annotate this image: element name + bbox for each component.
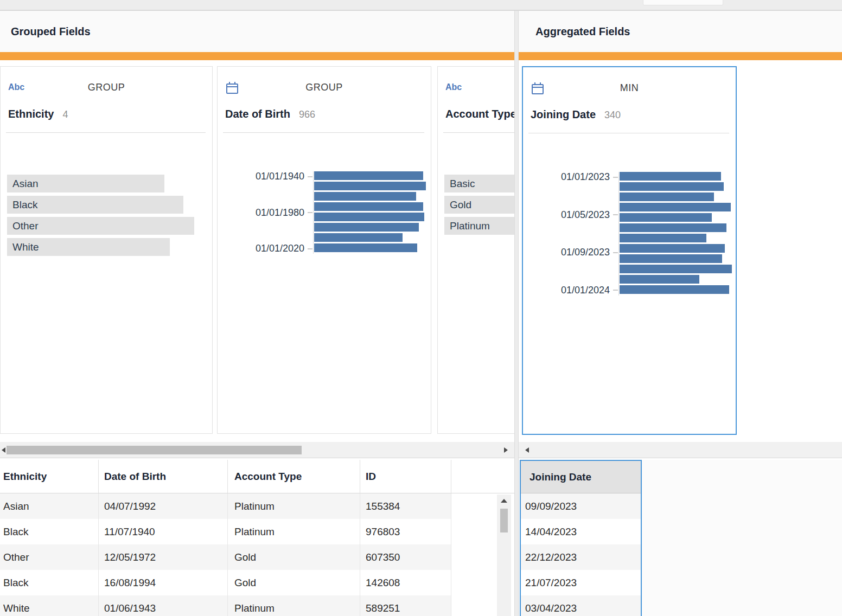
table-vertical-scrollbar[interactable] — [497, 495, 511, 616]
table-row[interactable]: Asian 04/07/1992 Platinum 155384 — [0, 493, 451, 519]
joining-date-column-selected[interactable]: Joining Date 09/09/202314/04/202322/12/2… — [520, 460, 642, 616]
histogram-bar[interactable] — [620, 265, 732, 273]
histogram-bar[interactable] — [620, 244, 725, 253]
scroll-left-icon[interactable] — [525, 447, 529, 453]
cell-joining-date[interactable]: 21/07/2023 — [521, 570, 641, 595]
grouped-horizontal-scrollbar[interactable] — [0, 442, 514, 458]
aggregated-cards-area: MIN Joining Date340 01/01/202301/05/2023… — [519, 60, 842, 442]
field-card-account-type[interactable]: Abc Account Type Basic Gold — [437, 66, 514, 434]
cell-id[interactable]: 607350 — [360, 544, 451, 570]
partial-toolbar-control[interactable] — [643, 0, 723, 5]
category-bar-label: Black — [7, 199, 37, 211]
cell-account-type[interactable]: Gold — [228, 544, 360, 570]
cell-ethnicity[interactable]: Black — [0, 570, 99, 595]
scroll-up-icon[interactable] — [501, 499, 507, 503]
axis-tick — [304, 208, 313, 218]
category-bar[interactable]: White — [7, 238, 170, 256]
horizontal-scroll-thumb[interactable] — [7, 446, 302, 454]
category-bar-label: Platinum — [444, 220, 490, 232]
column-header-date-of-birth[interactable]: Date of Birth — [99, 460, 228, 493]
histogram-bar[interactable] — [620, 223, 726, 232]
histogram-bar[interactable] — [314, 233, 403, 242]
table-row[interactable]: Black 16/08/1994 Gold 142608 — [0, 570, 451, 595]
axis-label: 01/01/1940 — [224, 171, 304, 182]
aggregated-horizontal-scrollbar[interactable] — [519, 442, 842, 458]
histogram-bar[interactable] — [620, 193, 714, 201]
category-bar[interactable]: Other — [7, 217, 194, 235]
cell-date-of-birth[interactable]: 12/05/1972 — [99, 544, 228, 570]
cell-date-of-birth[interactable]: 16/08/1994 — [99, 570, 228, 595]
histogram-bar[interactable] — [620, 275, 699, 284]
histogram-bar[interactable] — [620, 213, 712, 222]
scroll-right-icon[interactable] — [504, 447, 508, 453]
category-bar-label: Gold — [444, 199, 471, 211]
cell-date-of-birth[interactable]: 04/07/1992 — [99, 493, 228, 519]
cell-account-type[interactable]: Platinum — [228, 519, 360, 544]
scroll-left-icon[interactable] — [2, 447, 5, 453]
cell-id[interactable]: 589251 — [360, 595, 451, 616]
category-bar[interactable]: Basic — [444, 175, 514, 193]
cell-ethnicity[interactable]: White — [0, 595, 99, 616]
column-header-joining-date[interactable]: Joining Date — [521, 461, 641, 493]
category-bar-label: White — [7, 241, 39, 253]
cell-joining-date[interactable]: 14/04/2023 — [521, 519, 641, 544]
histogram-bar[interactable] — [314, 213, 424, 221]
histogram-bar[interactable] — [314, 223, 419, 232]
category-bar[interactable]: Asian — [7, 175, 164, 193]
field-card-ethnicity[interactable]: Abc GROUP Ethnicity4 Asian Black — [0, 66, 213, 434]
histogram-bar[interactable] — [314, 202, 423, 211]
histogram-bar[interactable] — [620, 182, 724, 191]
vertical-scroll-thumb[interactable] — [500, 509, 508, 532]
column-header-id[interactable]: ID — [360, 460, 451, 493]
table-row[interactable]: Black 11/07/1940 Platinum 976803 — [0, 519, 451, 544]
cell-account-type[interactable]: Gold — [228, 570, 360, 595]
cell-joining-date[interactable]: 09/09/2023 — [521, 493, 641, 519]
aggregated-data-table: Joining Date 09/09/202314/04/202322/12/2… — [519, 460, 842, 616]
cell-ethnicity[interactable]: Asian — [0, 493, 99, 519]
cell-account-type[interactable]: Platinum — [228, 493, 360, 519]
panel-divider[interactable] — [514, 11, 519, 616]
histogram-bar[interactable] — [620, 285, 729, 294]
top-toolbar-strip — [0, 0, 842, 11]
group-role-label: GROUP — [225, 82, 423, 93]
axis-label: 01/01/1980 — [224, 208, 304, 218]
field-card-date-of-birth[interactable]: GROUP Date of Birth966 01/01/194001/01/1… — [217, 66, 431, 434]
cell-id[interactable]: 155384 — [360, 493, 451, 519]
cell-date-of-birth[interactable]: 01/06/1943 — [99, 595, 228, 616]
category-bar-label: Asian — [7, 178, 39, 190]
histogram-bar[interactable] — [620, 234, 706, 242]
card-divider — [443, 132, 514, 133]
cell-joining-date[interactable]: 03/04/2023 — [521, 595, 641, 616]
jd-axis-ticks — [610, 172, 618, 296]
cell-joining-date[interactable]: 22/12/2023 — [521, 544, 641, 570]
column-header-account-type[interactable]: Account Type — [228, 460, 360, 493]
field-count: 966 — [299, 109, 315, 120]
category-bar[interactable]: Gold — [444, 196, 514, 214]
histogram-bar[interactable] — [620, 172, 721, 181]
table-row[interactable]: White 01/06/1943 Platinum 589251 — [0, 595, 451, 616]
histogram-bar[interactable] — [620, 254, 722, 263]
cell-account-type[interactable]: Platinum — [228, 595, 360, 616]
histogram-bar[interactable] — [620, 203, 731, 211]
cell-ethnicity[interactable]: Other — [0, 544, 99, 570]
cell-id[interactable]: 976803 — [360, 519, 451, 544]
category-bar[interactable]: Platinum — [444, 217, 514, 235]
histogram-bar[interactable] — [314, 182, 426, 190]
field-name: Account Type — [445, 108, 514, 120]
cell-id[interactable]: 142608 — [360, 570, 451, 595]
field-name: Joining Date — [531, 108, 596, 120]
cell-date-of-birth[interactable]: 11/07/1940 — [99, 519, 228, 544]
column-header-ethnicity[interactable]: Ethnicity — [0, 460, 99, 493]
table-row[interactable]: Other 12/05/1972 Gold 607350 — [0, 544, 451, 570]
table-header-row: Ethnicity Date of Birth Account Type ID — [0, 460, 514, 493]
axis-tick — [610, 285, 618, 296]
histogram-bar[interactable] — [314, 243, 417, 252]
aggregated-fields-panel: Aggregated Fields MIN Joining Date340 — [519, 11, 842, 616]
histogram-bar[interactable] — [314, 171, 423, 180]
cell-ethnicity[interactable]: Black — [0, 519, 99, 544]
dob-axis-labels: 01/01/194001/01/198001/01/2020 — [224, 171, 304, 254]
ethnicity-value-bars: Asian Black Other White — [7, 175, 212, 259]
histogram-bar[interactable] — [314, 192, 416, 201]
field-card-joining-date[interactable]: MIN Joining Date340 01/01/202301/05/2023… — [522, 66, 737, 435]
category-bar[interactable]: Black — [7, 196, 183, 214]
